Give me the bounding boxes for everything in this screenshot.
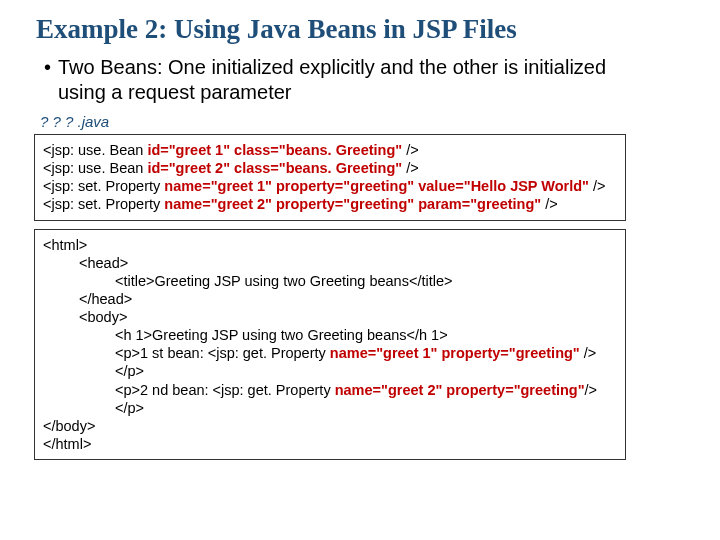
code-box-1: <jsp: use. Bean id="greet 1" class="bean…	[34, 134, 626, 221]
code-attr: name="greet 2" property="greeting"	[335, 382, 585, 398]
code-attr: name="greet 1" property="greeting" value…	[164, 178, 589, 194]
code-attr: id="greet 2" class="beans. Greeting"	[147, 160, 402, 176]
bullet-content: Two Beans: One initialized explicitly an…	[58, 56, 606, 103]
code-line: <jsp: set. Property name="greet 1" prope…	[43, 177, 617, 195]
code-text: />	[589, 178, 606, 194]
bullet-dot: •	[44, 55, 58, 80]
code-line: <head>	[43, 254, 617, 272]
code-line: <jsp: use. Bean id="greet 2" class="bean…	[43, 159, 617, 177]
filename-label: ? ? ? .java	[40, 113, 630, 130]
code-box-2: <html> <head> <title>Greeting JSP using …	[34, 229, 626, 461]
code-text: />	[402, 160, 419, 176]
code-text: />	[402, 142, 419, 158]
code-text: <jsp: set. Property	[43, 196, 164, 212]
code-line: <title>Greeting JSP using two Greeting b…	[43, 272, 617, 290]
code-text: />	[541, 196, 558, 212]
code-attr: id="greet 1" class="beans. Greeting"	[147, 142, 402, 158]
code-text: <p>2 nd bean: <jsp: get. Property	[115, 382, 335, 398]
slide-title: Example 2: Using Java Beans in JSP Files	[36, 14, 630, 45]
code-text: <jsp: use. Bean	[43, 142, 147, 158]
code-line: <body>	[43, 308, 617, 326]
code-line: </head>	[43, 290, 617, 308]
code-line: <h 1>Greeting JSP using two Greeting bea…	[43, 326, 617, 344]
code-line: <p>2 nd bean: <jsp: get. Property name="…	[43, 381, 617, 417]
code-line: <jsp: set. Property name="greet 2" prope…	[43, 195, 617, 213]
code-line: <html>	[43, 236, 617, 254]
bullet-text: •Two Beans: One initialized explicitly a…	[58, 55, 630, 105]
code-line: <jsp: use. Bean id="greet 1" class="bean…	[43, 141, 617, 159]
code-text: <jsp: use. Bean	[43, 160, 147, 176]
code-text: <p>1 st bean: <jsp: get. Property	[115, 345, 330, 361]
code-attr: name="greet 2" property="greeting" param…	[164, 196, 541, 212]
code-attr: name="greet 1" property="greeting"	[330, 345, 580, 361]
code-line: </html>	[43, 435, 617, 453]
code-text: <jsp: set. Property	[43, 178, 164, 194]
code-line: <p>1 st bean: <jsp: get. Property name="…	[43, 344, 617, 380]
code-line: </body>	[43, 417, 617, 435]
